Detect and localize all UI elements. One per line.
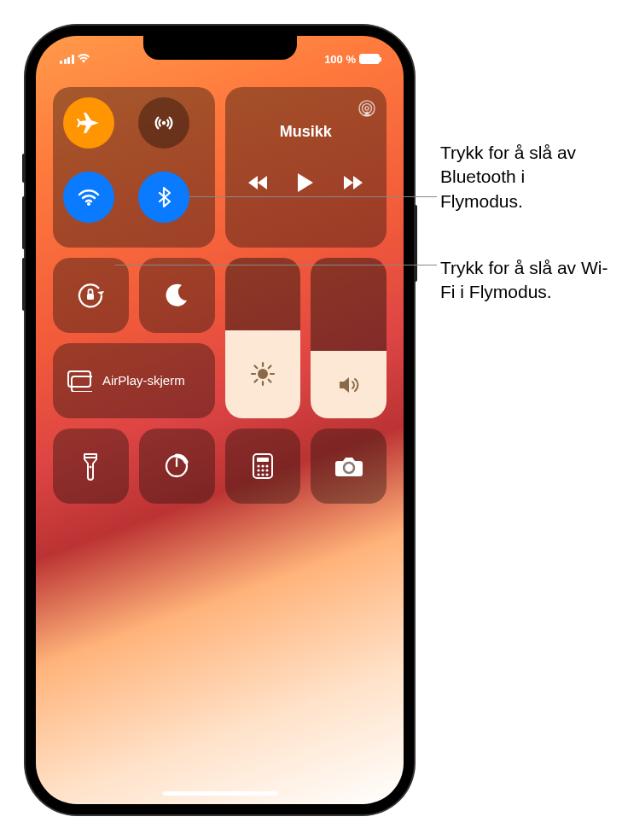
- media-module[interactable]: Musikk: [225, 87, 387, 248]
- svg-point-28: [257, 473, 259, 475]
- cellular-data-icon: [151, 110, 177, 136]
- svg-point-27: [265, 469, 268, 471]
- camera-button[interactable]: [311, 429, 387, 504]
- svg-point-26: [261, 469, 264, 471]
- callout-line-bluetooth: [189, 196, 437, 197]
- svg-rect-21: [257, 458, 269, 462]
- power-button: [414, 205, 417, 282]
- next-track-button[interactable]: [342, 174, 363, 191]
- calculator-button[interactable]: [225, 429, 301, 504]
- calculator-icon: [252, 452, 274, 480]
- phone-screen: 100 %: [36, 36, 404, 804]
- home-indicator[interactable]: [162, 791, 277, 796]
- wifi-status-icon: [78, 53, 90, 65]
- control-center: Musikk: [53, 87, 387, 504]
- svg-rect-5: [87, 294, 94, 300]
- media-title: Musikk: [280, 123, 332, 141]
- volume-slider[interactable]: [311, 258, 387, 418]
- svg-point-18: [90, 466, 92, 469]
- moon-icon: [163, 282, 190, 309]
- do-not-disturb-toggle[interactable]: [139, 258, 215, 333]
- svg-point-6: [258, 369, 268, 379]
- cellular-data-toggle[interactable]: [138, 97, 189, 149]
- svg-point-29: [261, 473, 264, 475]
- screen-mirroring-icon: [67, 370, 92, 392]
- notch: [143, 36, 297, 60]
- battery-icon: [359, 54, 380, 64]
- flashlight-button[interactable]: [53, 429, 129, 504]
- wifi-icon: [76, 184, 102, 210]
- timer-button[interactable]: [139, 429, 215, 504]
- flashlight-icon: [81, 452, 100, 481]
- brightness-slider[interactable]: [225, 258, 301, 418]
- cellular-signal-icon: [60, 55, 74, 64]
- svg-line-13: [254, 380, 257, 382]
- bluetooth-toggle[interactable]: [138, 172, 189, 223]
- rotation-lock-icon: [75, 280, 106, 311]
- bluetooth-icon: [153, 186, 175, 208]
- connectivity-module[interactable]: [53, 87, 215, 248]
- wifi-toggle[interactable]: [63, 172, 114, 223]
- callout-bluetooth: Trykk for å slå av Bluetooth i Flymodus.: [440, 141, 611, 213]
- svg-point-23: [261, 464, 264, 467]
- callout-wifi: Trykk for å slå av Wi-Fi i Flymodus.: [440, 256, 611, 305]
- airplay-label: AirPlay-skjerm: [102, 373, 185, 388]
- svg-point-30: [265, 473, 268, 475]
- rotation-lock-toggle[interactable]: [53, 258, 129, 333]
- svg-point-25: [257, 469, 259, 471]
- svg-point-24: [265, 464, 268, 467]
- airplay-audio-icon[interactable]: [358, 99, 376, 118]
- volume-down-button: [22, 258, 26, 311]
- svg-point-1: [87, 202, 90, 206]
- airplane-icon: [76, 110, 102, 136]
- svg-line-12: [269, 380, 271, 382]
- play-button[interactable]: [296, 172, 315, 194]
- callout-line-wifi: [115, 265, 437, 265]
- previous-track-button[interactable]: [248, 174, 269, 191]
- svg-rect-16: [72, 376, 92, 392]
- svg-line-11: [254, 366, 257, 369]
- airplay-screen-button[interactable]: AirPlay-skjerm: [53, 343, 215, 418]
- airplane-mode-toggle[interactable]: [63, 97, 114, 149]
- timer-icon: [163, 452, 190, 480]
- svg-point-22: [257, 464, 259, 467]
- volume-up-button: [22, 196, 26, 249]
- brightness-icon: [250, 361, 276, 387]
- camera-icon: [334, 454, 363, 478]
- phone-frame: 100 %: [26, 26, 414, 814]
- svg-point-4: [365, 107, 369, 110]
- battery-percent: 100 %: [324, 53, 356, 66]
- svg-point-0: [162, 121, 166, 125]
- mute-switch: [22, 154, 26, 183]
- volume-icon: [336, 372, 362, 398]
- svg-line-14: [269, 366, 271, 369]
